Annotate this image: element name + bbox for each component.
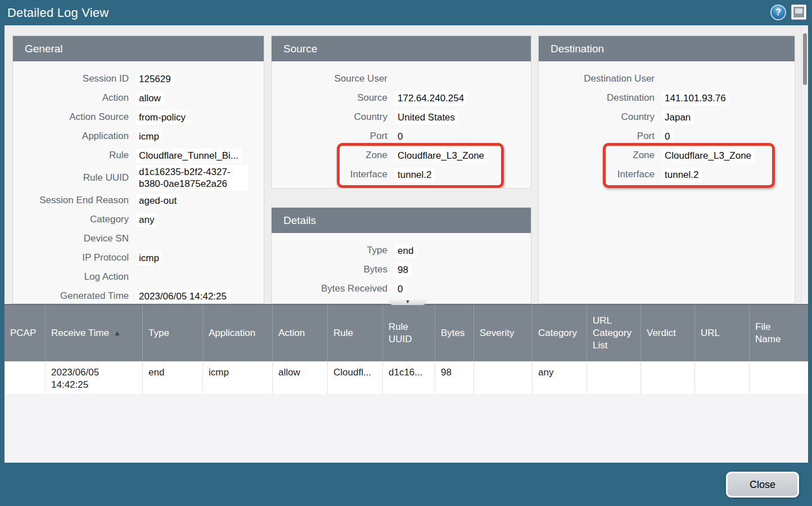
field-row: Zone Cloudflare_L3_Zone — [539, 146, 795, 165]
field-label: Application — [13, 131, 129, 142]
close-button[interactable]: Close — [726, 472, 799, 498]
field-label: Rule — [13, 150, 129, 161]
table-header-row: PCAP Receive Time▲ Type Application Acti… — [4, 305, 808, 361]
field-label: Interface — [539, 169, 655, 180]
field-label: Port — [272, 131, 387, 142]
column-header[interactable]: Type — [142, 305, 202, 361]
field-row: Source User — [272, 69, 531, 88]
field-row: Action Source from-policy — [13, 108, 264, 127]
field-value-cell: tunnel.2 — [655, 168, 795, 182]
field-value: Cloudflare_L3_Zone — [395, 149, 488, 163]
field-row: Device SN — [13, 229, 264, 248]
field-row: Bytes 98 — [272, 260, 531, 279]
details-panel: Details Type end Bytes 98 — [271, 207, 531, 304]
table-row[interactable]: 2023/06/05 14:42:25 end icmp allow Cloud… — [4, 361, 808, 394]
destination-panel: Destination Destination User Destination… — [538, 35, 795, 304]
field-label: Country — [539, 111, 655, 123]
field-label: Country — [272, 111, 387, 123]
field-row: Category any — [13, 210, 264, 229]
field-value: 125629 — [136, 72, 174, 86]
column-header-label: Type — [148, 327, 169, 339]
field-value-cell: United States — [387, 110, 531, 124]
field-value: from-policy — [136, 110, 189, 124]
field-label: Session ID — [13, 73, 129, 84]
table-cell — [473, 361, 532, 394]
field-label: Destination — [539, 92, 655, 104]
column-header[interactable]: URL — [694, 305, 749, 361]
scrollbar-thumb[interactable] — [803, 33, 807, 85]
field-value: tunnel.2 — [395, 168, 435, 182]
column-header[interactable]: URL Category List — [587, 305, 640, 361]
field-value: 0 — [395, 129, 406, 144]
field-row: Zone Cloudflare_L3_Zone — [272, 146, 531, 165]
column-header[interactable]: Action — [272, 305, 327, 361]
field-value: 2023/06/05 14:42:25 — [136, 289, 230, 303]
field-value: Cloudflare_Tunnel_Bi... — [136, 149, 242, 163]
field-value: Cloudflare_L3_Zone — [662, 149, 755, 163]
table-cell — [749, 361, 808, 394]
field-value-cell: 98 — [387, 263, 531, 277]
collapse-arrow-icon: ▼ — [405, 299, 410, 305]
table-cell — [587, 361, 640, 394]
field-value: Japan — [662, 110, 694, 124]
field-label: Rule UUID — [13, 172, 129, 183]
general-column: General Session ID 125629 Action allow — [12, 35, 264, 304]
source-panel-body: Source User Source 172.64.240.254 Countr… — [272, 61, 531, 188]
field-row: Rule Cloudflare_Tunnel_Bi... — [13, 146, 264, 165]
table-cell: allow — [272, 361, 327, 394]
column-header[interactable]: Severity — [473, 305, 532, 361]
column-header-label: Severity — [480, 327, 514, 339]
field-row: Destination 141.101.93.76 — [539, 88, 795, 108]
field-value-cell — [129, 234, 264, 244]
column-header-label: PCAP — [10, 327, 36, 339]
log-table: PCAP Receive Time▲ Type Application Acti… — [4, 304, 808, 463]
window-icon[interactable] — [791, 5, 806, 20]
field-value-cell: icmp — [129, 251, 264, 265]
column-header-label: Action — [278, 327, 305, 339]
column-header[interactable]: PCAP — [4, 305, 45, 361]
field-value-cell: 2023/06/05 14:42:25 — [129, 289, 264, 303]
field-value: allow — [136, 91, 164, 105]
column-header[interactable]: Bytes — [435, 305, 473, 361]
field-value: United States — [395, 110, 458, 124]
field-row: Generated Time 2023/06/05 14:42:25 — [13, 286, 264, 303]
field-value-cell: 172.64.240.254 — [387, 91, 531, 105]
field-row: Type end — [272, 241, 531, 260]
field-label: Interface — [272, 169, 387, 180]
field-value-cell: tunnel.2 — [387, 168, 531, 182]
column-header[interactable]: Rule UUID — [382, 305, 435, 361]
column-header[interactable]: Rule — [327, 305, 382, 361]
field-value-cell: end — [387, 244, 531, 258]
table-cell — [640, 361, 694, 394]
table-cell: d1c16... — [382, 361, 435, 394]
table-cell — [4, 361, 45, 394]
field-value-cell: 141.101.93.76 — [655, 91, 795, 105]
table-cell: icmp — [202, 361, 272, 394]
field-value-cell: 0 — [387, 129, 531, 144]
field-row: Country United States — [272, 108, 531, 127]
field-label: Source — [272, 92, 387, 104]
column-header-label: Rule UUID — [389, 321, 425, 346]
table-cell: 98 — [435, 361, 473, 394]
field-label: Bytes Received — [272, 283, 387, 294]
field-row: IP Protocol icmp — [13, 248, 264, 267]
field-value: 0 — [662, 129, 673, 144]
field-row: Port 0 — [272, 127, 531, 146]
column-header[interactable]: Application — [202, 305, 272, 361]
field-row: Bytes Received 0 — [272, 279, 531, 298]
field-value-cell: Cloudflare_L3_Zone — [387, 149, 531, 163]
column-header[interactable]: Receive Time▲ — [45, 305, 142, 361]
field-value-cell — [387, 74, 531, 84]
field-row: Source 172.64.240.254 — [272, 88, 531, 108]
column-header[interactable]: File Name — [749, 305, 808, 361]
column-header-label: URL — [701, 327, 720, 339]
help-icon[interactable]: ? — [770, 5, 786, 20]
field-value-cell: d1c16235-b2f2-4327-b380-0ae1875e2a26 — [129, 165, 264, 191]
column-header-label: URL Category List — [593, 315, 631, 352]
column-header[interactable]: Category — [532, 305, 587, 361]
vertical-scrollbar[interactable] — [801, 26, 808, 303]
field-row: Destination User — [539, 69, 795, 88]
table-cell: end — [142, 361, 202, 394]
splitter-handle[interactable]: ▼ — [389, 298, 426, 305]
column-header[interactable]: Verdict — [640, 305, 694, 361]
